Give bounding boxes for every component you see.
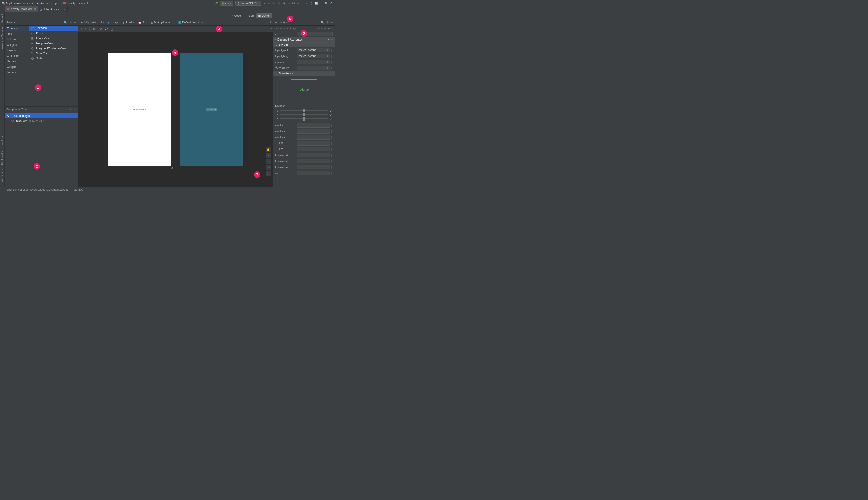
palette-item-textview[interactable]: AbTextView: [29, 26, 78, 31]
warning-icon[interactable]: ⚠: [269, 21, 272, 24]
palette-cat-containers[interactable]: Containers: [4, 53, 29, 59]
palette-item-recyclerview[interactable]: ≡RecyclerView: [29, 41, 78, 46]
design-preview[interactable]: Hello World! ◢: [108, 53, 171, 166]
attr-rotation-input[interactable]: [297, 123, 330, 128]
sidebar-structure[interactable]: Structure: [1, 134, 4, 149]
gear-icon[interactable]: ⚙: [330, 2, 333, 5]
gear-icon[interactable]: ⚙: [69, 108, 72, 111]
palette-item-scrollview[interactable]: ⇅ScrollView: [29, 51, 78, 56]
default-margin[interactable]: 0dp: [89, 27, 97, 31]
view-mode-code[interactable]: ≡Code: [230, 13, 243, 18]
section-declared-attributes[interactable]: › Declared Attributes +−: [273, 37, 334, 42]
sync-icon[interactable]: 🔄: [315, 2, 318, 5]
close-icon[interactable]: ×: [64, 8, 66, 11]
sidebar-resource-manager[interactable]: Resource Manager: [1, 24, 4, 52]
rotation-x-slider[interactable]: [280, 110, 328, 111]
anchor-icon[interactable]: ⎸: [331, 48, 333, 52]
help-icon[interactable]: ?: [270, 27, 272, 31]
bc-root[interactable]: MyApplication: [2, 2, 21, 5]
attr-alpha-input[interactable]: [297, 171, 330, 175]
guidelines-icon[interactable]: I: [111, 27, 113, 31]
run-config-app[interactable]: ▮ app ▼: [220, 1, 233, 6]
attr-layout-height-input[interactable]: match_parent▼: [297, 54, 330, 58]
device-manager-icon[interactable]: ▯: [311, 2, 312, 5]
profiler-icon[interactable]: ∿: [288, 2, 290, 5]
minimize-icon[interactable]: −: [331, 21, 333, 24]
tb-api[interactable]: 🤖T▼: [137, 20, 148, 24]
section-transforms[interactable]: ⌄ Transforms: [273, 71, 334, 76]
bc-layout[interactable]: layout: [53, 2, 60, 5]
sidebar-project[interactable]: Project: [1, 12, 4, 24]
rotation-y-slider[interactable]: [280, 114, 328, 115]
attr-layout-width-input[interactable]: match_parent▼: [297, 48, 330, 53]
palette-item-imageview[interactable]: ▣ImageView: [29, 36, 78, 41]
bc-main[interactable]: main: [37, 2, 44, 5]
bc-src[interactable]: src: [31, 2, 34, 5]
run-icon[interactable]: [263, 2, 266, 4]
palette-cat-buttons[interactable]: Buttons: [4, 37, 29, 42]
palette-cat-legacy[interactable]: Legacy: [4, 70, 29, 75]
resize-handle-icon[interactable]: ◢: [171, 166, 173, 168]
pan-icon[interactable]: ✋: [266, 147, 271, 152]
rerun-icon[interactable]: ⟳: [268, 2, 270, 5]
coverage-icon[interactable]: ◉: [283, 2, 285, 5]
attach-debugger-icon[interactable]: ⧓: [292, 2, 295, 5]
bc-res[interactable]: res: [46, 2, 50, 5]
attr-scaley-input[interactable]: [297, 147, 330, 151]
blueprint-preview[interactable]: TextView: [180, 53, 243, 166]
tb-theme[interactable]: ◎MyApplication▼: [150, 20, 175, 24]
run-config-device[interactable]: ▯ Pixel 4 API 30 ▼: [235, 1, 261, 6]
close-icon[interactable]: ×: [34, 8, 36, 11]
bc-file[interactable]: activity_main.xml: [67, 2, 88, 5]
status-path[interactable]: androidx.constraintlayout.widget.Constra…: [7, 188, 68, 191]
tree-constraintlayout[interactable]: ⤡ ConstraintLayout: [4, 113, 78, 118]
palette-cat-common[interactable]: Common: [4, 26, 29, 31]
tree-textview[interactable]: Ab TextView "Hello World!": [4, 118, 78, 124]
tb-device[interactable]: ▯Pixel▼: [122, 20, 135, 24]
search-icon[interactable]: 🔍: [321, 21, 324, 24]
palette-cat-layouts[interactable]: Layouts: [4, 48, 29, 53]
surface-icon[interactable]: ◈: [107, 21, 109, 24]
palette-item-button[interactable]: ▭Button: [29, 31, 78, 36]
status-child[interactable]: TextView: [72, 188, 83, 191]
search-icon[interactable]: 🔍: [64, 21, 67, 24]
gear-icon[interactable]: ⚙: [326, 21, 329, 24]
clear-constraints-icon[interactable]: ✕: [100, 27, 102, 31]
attr-translationy-input[interactable]: [297, 159, 330, 163]
infer-constraints-icon[interactable]: ✨: [105, 27, 108, 31]
attr-rotationy-input[interactable]: [297, 135, 330, 139]
tab-mainactivity-kt[interactable]: ◢ MainActivity.kt ×: [38, 7, 68, 12]
palette-cat-google[interactable]: Google: [4, 64, 29, 70]
palette-cat-helpers[interactable]: Helpers: [4, 59, 29, 64]
palette-cat-widgets[interactable]: Widgets: [4, 42, 29, 48]
palette-item-switch[interactable]: ⏻Switch: [29, 56, 78, 61]
eye-icon[interactable]: 👁: [80, 27, 82, 31]
breadcrumb[interactable]: MyApplication › app › src › main › res ›…: [2, 2, 88, 5]
palette-cat-text[interactable]: Text: [4, 31, 29, 37]
hammer-icon[interactable]: [215, 1, 218, 5]
gear-icon[interactable]: ⚙: [69, 21, 72, 24]
tb-locale[interactable]: 🌐Default (en-us)▼: [177, 20, 204, 24]
tab-activity-main-xml[interactable]: activity_main.xml ×: [4, 7, 38, 12]
attr-tools-visibility-input[interactable]: ▼: [297, 66, 330, 70]
attr-translationx-input[interactable]: [297, 153, 330, 157]
search-icon[interactable]: 🔍: [324, 2, 328, 5]
anchor-icon[interactable]: ⎸: [331, 55, 333, 58]
tabs-menu-icon[interactable]: ⋮: [327, 7, 334, 12]
zoom-fit-icon[interactable]: ⛶: [266, 171, 271, 176]
section-layout[interactable]: ⌄ Layout: [273, 42, 334, 47]
attr-visibility-input[interactable]: ▼: [297, 60, 330, 65]
bc-app[interactable]: app: [23, 2, 28, 5]
orientation-icon[interactable]: ⟲: [111, 21, 113, 24]
nightmode-icon[interactable]: ◐: [115, 21, 117, 24]
view-mode-design[interactable]: ▣Design: [256, 13, 272, 18]
zoom-out-icon[interactable]: −: [266, 159, 271, 164]
sidebar-bookmarks[interactable]: Bookmarks: [1, 149, 4, 167]
minimize-icon[interactable]: −: [74, 108, 76, 111]
blueprint-textview[interactable]: TextView: [206, 108, 217, 111]
sidebar-build-variants[interactable]: Build Variants: [1, 167, 4, 187]
apply-changes-icon[interactable]: ⬇: [273, 2, 275, 5]
zoom-in-icon[interactable]: +: [266, 153, 271, 158]
stop-icon[interactable]: ■: [297, 2, 299, 5]
minimize-icon[interactable]: −: [74, 21, 76, 24]
